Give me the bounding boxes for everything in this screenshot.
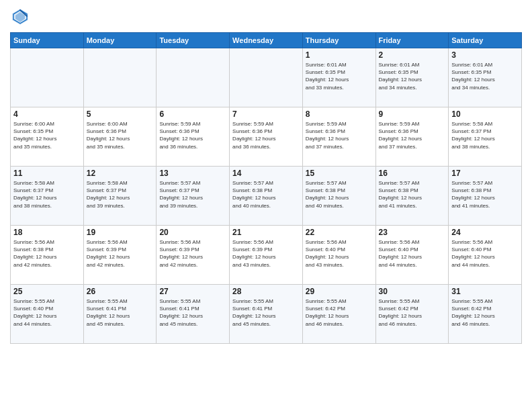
calendar-cell: 27Sunrise: 5:55 AM Sunset: 6:41 PM Dayli… (157, 285, 230, 344)
calendar-cell (83, 48, 157, 107)
calendar-cell: 25Sunrise: 5:55 AM Sunset: 6:40 PM Dayli… (11, 285, 84, 344)
day-number: 30 (379, 287, 446, 296)
calendar-page: SundayMondayTuesdayWednesdayThursdayFrid… (0, 0, 532, 411)
calendar-cell: 8Sunrise: 5:59 AM Sunset: 6:36 PM Daylig… (302, 107, 375, 167)
day-info: Sunrise: 6:01 AM Sunset: 6:35 PM Dayligh… (451, 61, 519, 91)
calendar-week-2: 4Sunrise: 6:00 AM Sunset: 6:35 PM Daylig… (11, 107, 522, 167)
weekday-header-friday: Friday (375, 33, 449, 48)
day-number: 27 (159, 287, 226, 296)
day-info: Sunrise: 5:57 AM Sunset: 6:38 PM Dayligh… (306, 179, 373, 210)
day-info: Sunrise: 5:57 AM Sunset: 6:38 PM Dayligh… (232, 179, 300, 210)
day-number: 15 (306, 169, 373, 178)
day-number: 25 (13, 287, 81, 296)
day-info: Sunrise: 5:59 AM Sunset: 6:36 PM Dayligh… (306, 120, 373, 150)
day-number: 8 (306, 109, 373, 119)
day-info: Sunrise: 5:57 AM Sunset: 6:38 PM Dayligh… (451, 179, 519, 210)
day-number: 16 (379, 169, 446, 178)
calendar-cell: 19Sunrise: 5:56 AM Sunset: 6:39 PM Dayli… (83, 226, 157, 285)
weekday-header-sunday: Sunday (11, 33, 84, 48)
calendar-week-5: 25Sunrise: 5:55 AM Sunset: 6:40 PM Dayli… (11, 285, 522, 344)
day-number: 7 (232, 109, 300, 119)
day-info: Sunrise: 5:56 AM Sunset: 6:40 PM Dayligh… (306, 238, 373, 269)
day-info: Sunrise: 6:00 AM Sunset: 6:35 PM Dayligh… (13, 120, 81, 150)
calendar-cell: 9Sunrise: 5:59 AM Sunset: 6:36 PM Daylig… (375, 107, 449, 167)
calendar-cell: 6Sunrise: 5:59 AM Sunset: 6:36 PM Daylig… (157, 107, 230, 167)
calendar-cell: 4Sunrise: 6:00 AM Sunset: 6:35 PM Daylig… (11, 107, 84, 167)
day-info: Sunrise: 5:55 AM Sunset: 6:41 PM Dayligh… (232, 298, 300, 328)
day-info: Sunrise: 5:56 AM Sunset: 6:40 PM Dayligh… (379, 238, 446, 269)
day-number: 4 (13, 109, 81, 119)
day-number: 10 (451, 109, 519, 119)
day-info: Sunrise: 5:55 AM Sunset: 6:41 PM Dayligh… (159, 298, 226, 328)
day-number: 23 (379, 228, 446, 237)
day-number: 13 (159, 169, 226, 178)
day-number: 3 (451, 50, 519, 60)
day-info: Sunrise: 5:58 AM Sunset: 6:37 PM Dayligh… (87, 179, 154, 210)
logo (10, 7, 33, 27)
day-number: 14 (232, 169, 300, 178)
weekday-header-thursday: Thursday (302, 33, 375, 48)
day-info: Sunrise: 5:55 AM Sunset: 6:42 PM Dayligh… (451, 298, 519, 328)
weekday-header-monday: Monday (83, 33, 157, 48)
day-info: Sunrise: 5:55 AM Sunset: 6:42 PM Dayligh… (306, 298, 373, 328)
calendar-cell: 29Sunrise: 5:55 AM Sunset: 6:42 PM Dayli… (302, 285, 375, 344)
calendar-week-4: 18Sunrise: 5:56 AM Sunset: 6:38 PM Dayli… (11, 226, 522, 285)
day-info: Sunrise: 5:55 AM Sunset: 6:40 PM Dayligh… (13, 298, 81, 328)
calendar-cell: 12Sunrise: 5:58 AM Sunset: 6:37 PM Dayli… (83, 167, 157, 226)
calendar-body: 1Sunrise: 6:01 AM Sunset: 6:35 PM Daylig… (11, 48, 522, 344)
day-info: Sunrise: 5:56 AM Sunset: 6:39 PM Dayligh… (232, 238, 300, 269)
calendar-table: SundayMondayTuesdayWednesdayThursdayFrid… (10, 32, 522, 344)
day-number: 1 (306, 50, 373, 60)
day-info: Sunrise: 5:55 AM Sunset: 6:41 PM Dayligh… (87, 298, 154, 328)
calendar-cell: 31Sunrise: 5:55 AM Sunset: 6:42 PM Dayli… (449, 285, 522, 344)
day-number: 18 (13, 228, 81, 237)
calendar-cell: 24Sunrise: 5:56 AM Sunset: 6:40 PM Dayli… (449, 226, 522, 285)
day-number: 22 (306, 228, 373, 237)
calendar-cell: 10Sunrise: 5:58 AM Sunset: 6:37 PM Dayli… (449, 107, 522, 167)
day-info: Sunrise: 5:59 AM Sunset: 6:36 PM Dayligh… (232, 120, 300, 150)
day-number: 20 (159, 228, 226, 237)
day-number: 29 (306, 287, 373, 296)
calendar-cell (157, 48, 230, 107)
day-info: Sunrise: 5:59 AM Sunset: 6:36 PM Dayligh… (159, 120, 226, 150)
day-info: Sunrise: 6:01 AM Sunset: 6:35 PM Dayligh… (306, 61, 373, 91)
weekday-header-saturday: Saturday (449, 33, 522, 48)
day-number: 24 (451, 228, 519, 237)
calendar-cell: 14Sunrise: 5:57 AM Sunset: 6:38 PM Dayli… (230, 167, 303, 226)
day-info: Sunrise: 5:56 AM Sunset: 6:39 PM Dayligh… (87, 238, 154, 269)
calendar-cell (11, 48, 84, 107)
day-info: Sunrise: 5:56 AM Sunset: 6:39 PM Dayligh… (159, 238, 226, 269)
calendar-cell: 17Sunrise: 5:57 AM Sunset: 6:38 PM Dayli… (449, 167, 522, 226)
calendar-cell: 23Sunrise: 5:56 AM Sunset: 6:40 PM Dayli… (375, 226, 449, 285)
day-info: Sunrise: 5:59 AM Sunset: 6:36 PM Dayligh… (379, 120, 446, 150)
day-info: Sunrise: 5:57 AM Sunset: 6:38 PM Dayligh… (379, 179, 446, 210)
calendar-cell: 16Sunrise: 5:57 AM Sunset: 6:38 PM Dayli… (375, 167, 449, 226)
day-number: 2 (379, 50, 446, 60)
day-info: Sunrise: 6:01 AM Sunset: 6:35 PM Dayligh… (379, 61, 446, 91)
calendar-cell: 11Sunrise: 5:58 AM Sunset: 6:37 PM Dayli… (11, 167, 84, 226)
calendar-cell: 30Sunrise: 5:55 AM Sunset: 6:42 PM Dayli… (375, 285, 449, 344)
day-number: 21 (232, 228, 300, 237)
calendar-header-row: SundayMondayTuesdayWednesdayThursdayFrid… (11, 33, 522, 48)
calendar-cell: 1Sunrise: 6:01 AM Sunset: 6:35 PM Daylig… (302, 48, 375, 107)
calendar-cell: 28Sunrise: 5:55 AM Sunset: 6:41 PM Dayli… (230, 285, 303, 344)
day-info: Sunrise: 5:57 AM Sunset: 6:37 PM Dayligh… (159, 179, 226, 210)
calendar-week-3: 11Sunrise: 5:58 AM Sunset: 6:37 PM Dayli… (11, 167, 522, 226)
day-number: 19 (87, 228, 154, 237)
day-number: 28 (232, 287, 300, 296)
calendar-cell: 22Sunrise: 5:56 AM Sunset: 6:40 PM Dayli… (302, 226, 375, 285)
calendar-cell: 20Sunrise: 5:56 AM Sunset: 6:39 PM Dayli… (157, 226, 230, 285)
day-number: 6 (159, 109, 226, 119)
day-info: Sunrise: 5:55 AM Sunset: 6:42 PM Dayligh… (379, 298, 446, 328)
day-number: 11 (13, 169, 81, 178)
calendar-cell: 15Sunrise: 5:57 AM Sunset: 6:38 PM Dayli… (302, 167, 375, 226)
calendar-cell: 5Sunrise: 6:00 AM Sunset: 6:36 PM Daylig… (83, 107, 157, 167)
calendar-cell: 21Sunrise: 5:56 AM Sunset: 6:39 PM Dayli… (230, 226, 303, 285)
weekday-header-tuesday: Tuesday (157, 33, 230, 48)
day-number: 9 (379, 109, 446, 119)
calendar-cell: 3Sunrise: 6:01 AM Sunset: 6:35 PM Daylig… (449, 48, 522, 107)
day-number: 5 (87, 109, 154, 119)
day-info: Sunrise: 5:56 AM Sunset: 6:40 PM Dayligh… (451, 238, 519, 269)
day-number: 31 (451, 287, 519, 296)
day-info: Sunrise: 6:00 AM Sunset: 6:36 PM Dayligh… (87, 120, 154, 150)
